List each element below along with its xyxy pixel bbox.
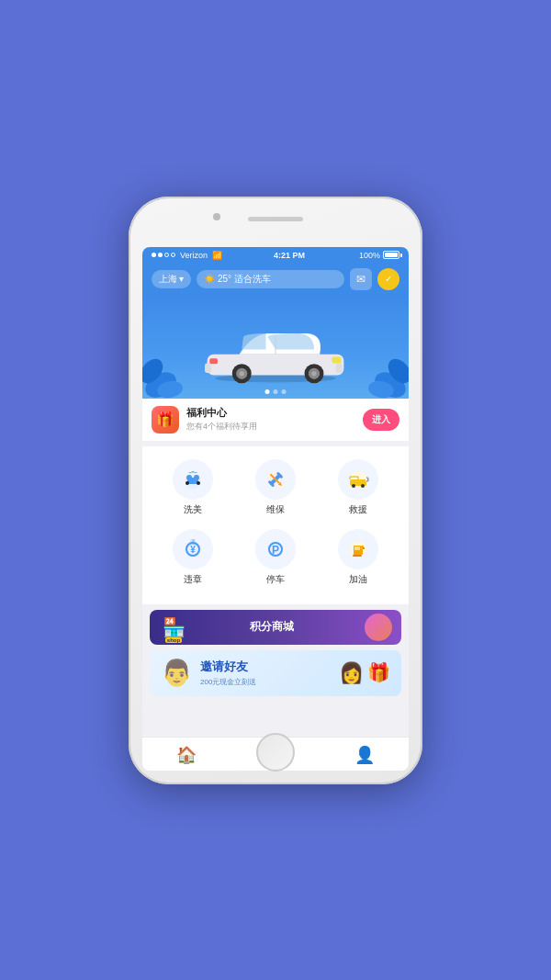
status-bar: Verizon 📶 4:21 PM 100% — [142, 247, 409, 264]
mall-decor — [365, 614, 392, 641]
welfare-enter-button[interactable]: 进入 — [363, 409, 399, 431]
message-icon: ✉ — [356, 273, 365, 286]
invite-text-block: 邀请好友 200元现金立刻送 — [200, 659, 256, 687]
rescue-label: 救援 — [349, 503, 367, 516]
car-illustration — [193, 321, 358, 385]
service-wash[interactable]: 洗美 — [161, 459, 225, 516]
leaves-left — [142, 334, 197, 399]
service-violation[interactable]: ¥ 违 违章 — [161, 529, 225, 586]
svg-text:违: 违 — [190, 539, 196, 545]
status-left: Verizon 📶 — [152, 251, 222, 260]
status-right: 100% — [356, 251, 399, 260]
home-button[interactable] — [256, 733, 295, 772]
services-row-1: 洗美 — [142, 456, 409, 525]
carousel-dots — [265, 389, 287, 394]
gift-icon: 🎁 — [156, 411, 174, 428]
welfare-banner: 🎁 福利中心 您有4个福利待享用 进入 — [142, 399, 409, 441]
svg-point-23 — [186, 481, 189, 485]
shop-label: shop — [165, 637, 182, 643]
dot-2 — [274, 389, 278, 394]
invite-banner[interactable]: 👨 邀请好友 200元现金立刻送 👩 🎁 — [150, 650, 401, 696]
services-row-2: ¥ 违 违章 P 停车 — [142, 525, 409, 595]
parking-label: 停车 — [266, 573, 285, 586]
maintenance-icon — [255, 459, 296, 500]
rescue-icon — [338, 459, 378, 500]
profile-button[interactable]: ✓ — [377, 268, 399, 290]
message-button[interactable]: ✉ — [350, 268, 372, 290]
svg-rect-47 — [361, 548, 363, 555]
weather-sun-icon: ☀️ — [204, 274, 215, 284]
invite-girl-icon: 👩 — [339, 661, 364, 685]
signal-dot-4 — [171, 253, 175, 257]
parking-icon: P — [255, 529, 296, 569]
svg-rect-10 — [209, 358, 218, 364]
service-maintenance[interactable]: 维保 — [243, 459, 308, 516]
welfare-subtitle: 您有4个福利待享用 — [186, 421, 355, 433]
phone-screen: Verizon 📶 4:21 PM 100% 上海 ▾ ☀️ 25° 适合洗车 — [142, 247, 409, 771]
svg-point-34 — [352, 484, 355, 488]
nav-profile[interactable]: 👤 — [320, 745, 409, 765]
svg-rect-18 — [205, 363, 211, 373]
mall-banner[interactable]: 🏪 shop 积分商城 — [150, 610, 401, 645]
battery-percent: 100% — [359, 251, 380, 260]
checkmark-icon: ✓ — [385, 274, 392, 284]
nav-home[interactable]: 🏠 — [142, 745, 231, 765]
invite-title: 邀请好友 — [200, 659, 256, 675]
svg-point-16 — [240, 371, 244, 376]
service-fuel[interactable]: 加油 — [326, 529, 390, 586]
welfare-icon: 🎁 — [152, 406, 179, 434]
invite-person-icon: 👨 — [161, 658, 193, 688]
dot-3 — [282, 389, 287, 394]
fuel-label: 加油 — [349, 573, 367, 586]
weather-display: ☀️ 25° 适合洗车 — [197, 270, 344, 288]
mall-title: 积分商城 — [196, 619, 348, 635]
svg-point-24 — [197, 481, 200, 485]
wash-icon — [173, 459, 213, 500]
home-icon: 🏠 — [176, 745, 197, 765]
dot-1 — [265, 389, 270, 394]
weather-label: 适合洗车 — [234, 273, 271, 286]
svg-point-35 — [361, 484, 365, 488]
signal-dot-2 — [158, 253, 163, 257]
status-time: 4:21 PM — [274, 251, 305, 260]
svg-rect-46 — [353, 555, 362, 557]
battery-fill — [385, 253, 398, 257]
svg-point-21 — [186, 475, 192, 480]
service-parking[interactable]: P 停车 — [243, 529, 308, 586]
svg-rect-45 — [354, 546, 360, 550]
battery-icon — [383, 251, 399, 259]
city-name: 上海 — [159, 273, 177, 286]
profile-icon: 👤 — [354, 745, 375, 765]
carrier-text: Verizon — [180, 251, 208, 260]
violation-icon: ¥ 违 — [173, 529, 213, 569]
svg-rect-9 — [332, 356, 342, 363]
city-selector[interactable]: 上海 ▾ — [152, 270, 191, 288]
app-header: 上海 ▾ ☀️ 25° 适合洗车 ✉ ✓ — [142, 264, 409, 298]
invite-subtitle: 200元现金立刻送 — [200, 677, 256, 687]
phone-camera — [213, 213, 220, 220]
city-arrow: ▾ — [179, 274, 184, 284]
leaves-right — [354, 334, 409, 399]
signal-dot-1 — [152, 253, 156, 257]
svg-rect-49 — [363, 547, 365, 549]
mall-shop-icon: 🏪 — [163, 616, 186, 638]
service-rescue[interactable]: 救援 — [326, 459, 390, 516]
signal-dot-3 — [164, 253, 169, 257]
svg-text:P: P — [272, 544, 279, 557]
svg-point-22 — [194, 475, 199, 480]
svg-rect-17 — [336, 363, 343, 373]
svg-text:¥: ¥ — [190, 545, 196, 555]
welfare-title: 福利中心 — [186, 406, 355, 420]
invite-gift-icon: 🎁 — [367, 661, 390, 685]
phone-frame: Verizon 📶 4:21 PM 100% 上海 ▾ ☀️ 25° 适合洗车 — [129, 197, 422, 784]
phone-speaker — [248, 217, 303, 221]
svg-rect-32 — [350, 479, 363, 486]
wash-label: 洗美 — [184, 503, 202, 516]
hero-banner — [142, 298, 409, 399]
svg-point-13 — [311, 371, 316, 376]
temperature-text: 25° — [218, 274, 231, 284]
welfare-text: 福利中心 您有4个福利待享用 — [186, 406, 355, 433]
maintenance-label: 维保 — [266, 503, 285, 516]
invite-illustrations: 👩 🎁 — [339, 661, 390, 685]
services-grid: 洗美 — [142, 446, 409, 604]
